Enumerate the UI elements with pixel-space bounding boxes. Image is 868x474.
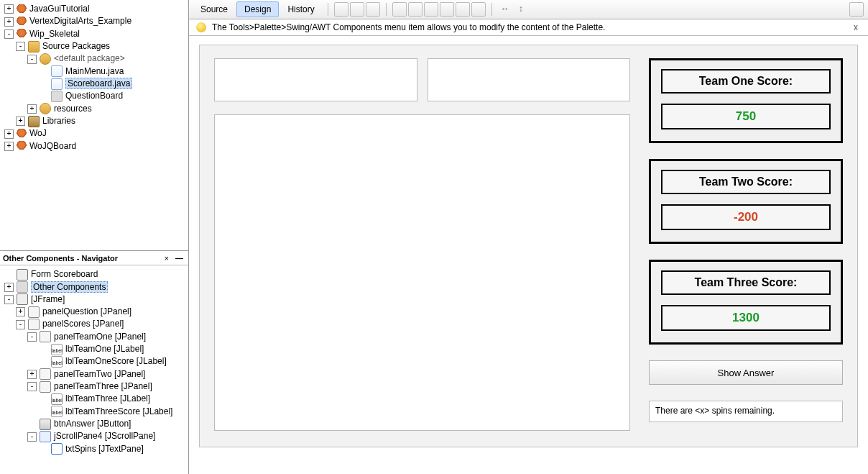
java-file-icon [51, 65, 63, 77]
collapse-icon[interactable]: - [16, 320, 25, 329]
team-two-score[interactable]: -200 [661, 204, 831, 230]
connection-mode-icon[interactable] [350, 2, 364, 17]
collapse-icon[interactable]: - [27, 382, 37, 391]
panel-team-one[interactable]: panelTeamOne [JPanel] [54, 332, 146, 342]
expand-icon[interactable]: + [4, 142, 14, 151]
question-box-2[interactable] [428, 58, 631, 101]
navigator-tree: Form Scoreboard +Other Components -[JFra… [0, 265, 188, 474]
jlabel-icon: label [51, 356, 63, 368]
project-icon [17, 17, 27, 27]
question-box-1[interactable] [214, 58, 417, 101]
align-left-icon[interactable] [392, 2, 407, 17]
toolbar-separator [386, 3, 387, 16]
txtspins[interactable]: txtSpins [JTextPane] [65, 444, 144, 454]
collapse-icon[interactable]: - [27, 55, 37, 64]
team-three-score[interactable]: 1300 [661, 305, 831, 331]
project-icon [17, 4, 27, 14]
align-bottom-icon[interactable] [440, 2, 454, 17]
selection-mode-icon[interactable] [334, 2, 348, 17]
lbl-team-one-score[interactable]: lblTeamOneScore [JLabel] [65, 357, 167, 367]
expand-icon[interactable]: + [16, 307, 25, 316]
jpanel-icon [40, 331, 51, 342]
project-wojqboard[interactable]: WoJQBoard [29, 141, 76, 151]
align-center-v-icon[interactable] [471, 2, 486, 17]
package-icon [40, 103, 51, 114]
lbl-team-three[interactable]: lblTeamThree [JLabel] [65, 394, 150, 404]
project-icon [17, 141, 27, 151]
project-wip[interactable]: Wip_Skeletal [29, 29, 80, 39]
toolbar-separator [328, 3, 328, 16]
panel-team-three[interactable]: panelTeamThree [JPanel] [54, 381, 152, 391]
source-packages[interactable]: Source Packages [42, 41, 110, 51]
project-icon [17, 129, 27, 139]
expand-icon[interactable]: + [4, 4, 14, 14]
jframe[interactable]: [JFrame] [31, 294, 65, 304]
project-javagui[interactable]: JavaGuiTutorial [29, 4, 90, 14]
expand-icon[interactable]: + [16, 117, 25, 126]
toolbar-overflow-icon[interactable] [849, 2, 864, 17]
panel-team-one-preview[interactable]: Team One Score: 750 [649, 58, 843, 143]
file-mainmenu[interactable]: MainMenu.java [65, 66, 124, 76]
form-preview[interactable]: Team One Score: 750 Team Two Score: -200… [199, 45, 858, 447]
form-root[interactable]: Form Scoreboard [31, 269, 98, 279]
java-file-icon [51, 78, 63, 90]
pkg-resources[interactable]: resources [54, 104, 92, 114]
projects-tree: +JavaGuiTutorial +VertexDigitalArts_Exam… [0, 0, 188, 250]
source-packages-icon [28, 41, 40, 53]
lbl-team-three-score[interactable]: lblTeamThreeScore [JLabel] [65, 406, 172, 416]
libraries[interactable]: Libraries [42, 116, 75, 126]
collapse-icon[interactable]: - [27, 432, 37, 442]
team-three-title[interactable]: Team Three Score: [661, 270, 831, 295]
team-one-score[interactable]: 750 [661, 104, 831, 129]
jscrollpane4[interactable]: jScrollPane4 [JScrollPane] [54, 432, 155, 442]
collapse-icon[interactable]: - [27, 332, 37, 342]
preview-design-icon[interactable] [366, 2, 380, 17]
btn-answer-node[interactable]: btnAnswer [JButton] [54, 419, 131, 429]
tab-design[interactable]: Design [236, 1, 279, 17]
tab-source[interactable]: Source [193, 2, 235, 17]
panel-scores[interactable]: panelScores [JPanel] [42, 319, 124, 329]
lbl-team-one[interactable]: lblTeamOne [JLabel] [65, 344, 144, 354]
expand-icon[interactable]: + [27, 104, 37, 114]
tip-close-icon[interactable]: x [851, 22, 861, 32]
resize-v-icon[interactable]: ↕ [514, 2, 528, 17]
expand-icon[interactable]: + [4, 129, 14, 139]
team-two-title[interactable]: Team Two Score: [661, 170, 831, 194]
jtextpane-icon [51, 443, 63, 455]
jbutton-icon [40, 419, 51, 430]
project-woj[interactable]: WoJ [29, 129, 47, 139]
tip-bar: The Tools>Palette>Swing/AWT Components m… [189, 19, 868, 36]
panel-team-three-preview[interactable]: Team Three Score: 1300 [649, 260, 843, 345]
align-top-icon[interactable] [424, 2, 438, 17]
team-one-title[interactable]: Team One Score: [661, 69, 831, 94]
collapse-icon[interactable]: - [16, 42, 25, 51]
panel-question[interactable]: panelQuestion [JPanel] [42, 306, 131, 316]
libraries-icon [28, 116, 40, 127]
other-components[interactable]: Other Components [31, 281, 108, 293]
expand-icon[interactable]: + [4, 17, 14, 27]
expand-icon[interactable]: + [27, 370, 37, 379]
question-main-box[interactable] [214, 114, 630, 431]
collapse-icon[interactable]: - [4, 295, 14, 304]
form-icon [17, 269, 28, 281]
panel-team-two-preview[interactable]: Team Two Score: -200 [649, 159, 843, 244]
design-surface[interactable]: Team One Score: 750 Team Two Score: -200… [189, 36, 868, 474]
resize-h-icon[interactable]: ↔ [498, 2, 512, 17]
default-package[interactable]: <default package> [54, 54, 125, 64]
tab-history[interactable]: History [280, 2, 321, 17]
spins-text[interactable]: There are <x> spins remaining. [649, 401, 843, 422]
align-center-h-icon[interactable] [456, 2, 470, 17]
align-right-icon[interactable] [408, 2, 423, 17]
navigator-close-icon[interactable]: × [165, 254, 169, 263]
show-answer-button[interactable]: Show Answer [649, 360, 843, 385]
expand-icon[interactable]: + [4, 283, 14, 292]
navigator-minimize-icon[interactable]: — [173, 254, 185, 263]
file-questionboard[interactable]: QuestionBoard [65, 91, 123, 101]
project-vertex[interactable]: VertexDigitalArts_Example [29, 17, 131, 27]
jscrollpane-icon [40, 431, 51, 442]
collapse-icon[interactable]: - [4, 29, 14, 39]
panel-team-two[interactable]: panelTeamTwo [JPanel] [54, 369, 145, 379]
file-scoreboard[interactable]: Scoreboard.java [65, 78, 132, 89]
panel-question-preview[interactable] [214, 58, 630, 431]
panel-scores-preview[interactable]: Team One Score: 750 Team Two Score: -200… [649, 58, 843, 431]
